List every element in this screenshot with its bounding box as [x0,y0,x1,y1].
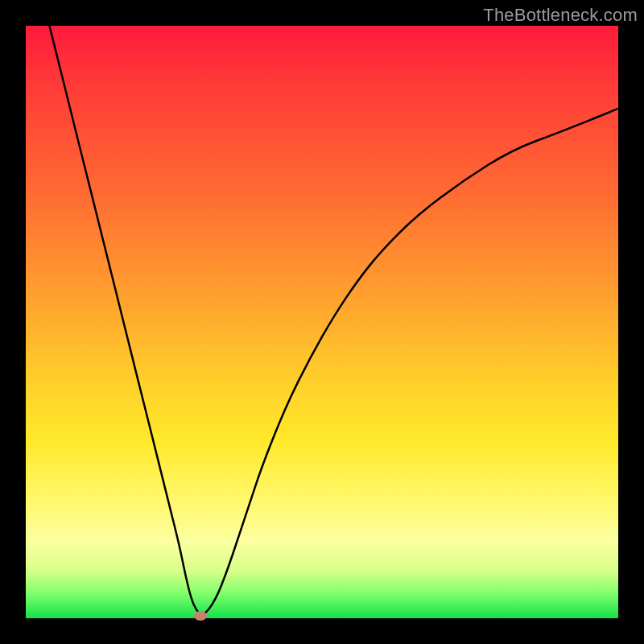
bottleneck-curve [26,26,618,618]
plot-area [26,26,618,618]
chart-frame: TheBottleneck.com [0,0,644,644]
curve-path [49,26,618,614]
watermark-text: TheBottleneck.com [483,5,638,26]
minimum-marker [194,611,207,621]
